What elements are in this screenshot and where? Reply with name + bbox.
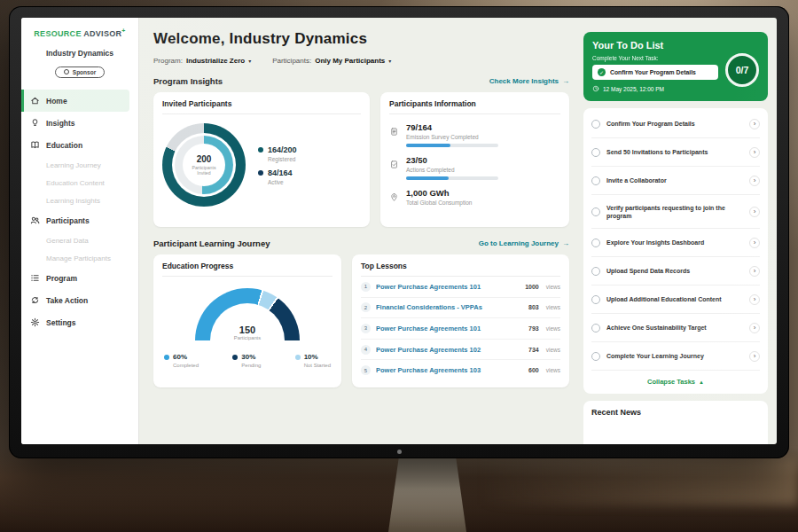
desk-highlight — [479, 457, 798, 505]
task-checkbox[interactable] — [591, 120, 600, 129]
sidebar-item-insights[interactable]: Insights — [21, 112, 138, 134]
todo-next-task[interactable]: ✓ Confirm Your Program Details — [592, 65, 718, 80]
task-row[interactable]: Achieve One Sustainability Target › — [591, 314, 760, 342]
sidebar-item-learning-insights[interactable]: Learning Insights — [21, 192, 138, 209]
task-checkbox[interactable] — [591, 148, 600, 157]
legend-item: 10% Not Started — [295, 353, 331, 368]
sidebar-item-education-content[interactable]: Education Content — [21, 174, 138, 192]
participants-information-card: Participants Information 79/164 Emission… — [380, 92, 569, 227]
gauge-legend: 60% Completed 30% Pending — [162, 353, 332, 368]
sidebar-item-program[interactable]: Program — [21, 267, 138, 289]
right-panel: Your To Do List Complete Your Next Task:… — [582, 18, 777, 444]
sidebar-item-label: Learning Insights — [46, 197, 100, 205]
gear-icon — [30, 317, 40, 327]
task-row[interactable]: Upload Additional Educational Content › — [591, 286, 760, 314]
gauge-chart: 150 Participants — [195, 288, 300, 340]
check-icon: ✓ — [598, 68, 606, 76]
donut-center-value: 200 — [197, 154, 212, 164]
sidebar-item-learning-journey[interactable]: Learning Journey — [21, 156, 138, 174]
chevron-right-icon[interactable]: › — [749, 323, 760, 333]
lesson-row[interactable]: 2 Financial Considerations - VPPAs 803 v… — [361, 298, 560, 319]
task-checkbox[interactable] — [591, 352, 600, 361]
sidebar-item-label: Home — [46, 97, 67, 106]
chevron-right-icon[interactable]: › — [749, 147, 760, 158]
clock-icon — [592, 85, 599, 92]
filters-row: Program: Industrialize Zero ▾ Participan… — [153, 57, 569, 65]
task-row[interactable]: Complete Your Learning Journey › — [591, 342, 760, 371]
task-checkbox[interactable] — [591, 176, 600, 185]
monitor-stand — [388, 454, 466, 532]
check-more-insights-link[interactable]: Check More Insights → — [489, 77, 569, 85]
lesson-row[interactable]: 3 Power Purchase Agreements 101 793 view… — [361, 318, 560, 340]
legend-dot-completed — [164, 355, 169, 360]
page-title: Welcome, Industry Dynamics — [153, 30, 569, 48]
sidebar-item-general-data[interactable]: General Data — [21, 231, 138, 249]
chevron-right-icon[interactable]: › — [749, 207, 760, 217]
power-led — [397, 450, 402, 454]
task-row[interactable]: Verify participants requesting to join t… — [591, 195, 760, 229]
lesson-row[interactable]: 4 Power Purchase Agreements 102 734 view… — [361, 340, 560, 361]
tasks-card: Confirm Your Program Details › Send 50 I… — [583, 108, 768, 394]
chevron-right-icon[interactable]: › — [749, 119, 760, 129]
chevron-right-icon[interactable]: › — [749, 238, 760, 248]
legend-item: 164/200 Registered — [258, 145, 297, 162]
chevron-right-icon[interactable]: › — [749, 266, 760, 277]
task-row[interactable]: Explore Your Insights Dashboard › — [591, 229, 760, 257]
task-checkbox[interactable] — [591, 207, 600, 216]
chevron-right-icon[interactable]: › — [749, 176, 760, 186]
top-lessons-card: Top Lessons 1 Power Purchase Agreements … — [352, 254, 569, 387]
monitor: RESOURCE ADVISOR+ Industry Dynamics Spon… — [9, 6, 789, 458]
participants-dropdown[interactable]: Participants: Only My Participants ▾ — [272, 57, 391, 65]
sidebar-item-settings[interactable]: Settings — [21, 311, 138, 333]
collapse-tasks-link[interactable]: Collapse Tasks ▲ — [591, 371, 760, 392]
task-row[interactable]: Upload Spend Data Records › — [591, 257, 760, 286]
sidebar-item-participants[interactable]: Participants — [21, 209, 138, 231]
participants-icon — [30, 215, 40, 225]
gauge-center-label: Participants — [195, 335, 300, 340]
stat-global-consumption: 1,000 GWh Total Global Consumption — [389, 188, 560, 206]
chevron-down-icon: ▾ — [388, 58, 391, 64]
progress-bar — [406, 144, 498, 147]
sidebar-item-home[interactable]: Home — [21, 90, 129, 112]
todo-due: 12 May 2025, 12:00 PM — [592, 85, 759, 92]
program-list-icon — [30, 273, 40, 283]
lesson-row[interactable]: 5 Power Purchase Agreements 103 600 view… — [361, 360, 560, 380]
app-logo: RESOURCE ADVISOR+ — [21, 27, 138, 38]
sponsor-badge[interactable]: Sponsor — [55, 66, 105, 78]
progress-bar — [406, 176, 498, 180]
task-checkbox[interactable] — [591, 267, 600, 276]
legend-dot-not-started — [295, 355, 301, 360]
card-title: Education Progress — [162, 262, 332, 277]
sidebar-item-education[interactable]: Education — [21, 134, 138, 156]
sidebar-item-manage-participants[interactable]: Manage Participants — [21, 249, 138, 267]
education-icon — [30, 140, 40, 150]
main-content: Welcome, Industry Dynamics Program: Indu… — [139, 18, 582, 444]
todo-title: Your To Do List — [592, 40, 759, 51]
education-progress-card: Education Progress 150 Participants — [153, 254, 341, 387]
chevron-right-icon[interactable]: › — [749, 294, 760, 305]
participants-value: Only My Participants — [315, 57, 385, 65]
sidebar-item-label: Take Action — [46, 296, 88, 305]
donut-center-label: Participants Invited — [187, 165, 221, 176]
task-row[interactable]: Confirm Your Program Details › — [591, 110, 760, 138]
sidebar-item-label: Insights — [46, 119, 75, 128]
program-dropdown[interactable]: Program: Industrialize Zero ▾ — [153, 57, 251, 65]
sidebar-item-take-action[interactable]: Take Action — [21, 289, 138, 311]
sidebar: RESOURCE ADVISOR+ Industry Dynamics Spon… — [21, 18, 139, 444]
screen: RESOURCE ADVISOR+ Industry Dynamics Spon… — [21, 18, 777, 444]
task-checkbox[interactable] — [591, 295, 600, 304]
stat-emission-survey: 79/164 Emission Survey Completed — [389, 122, 560, 147]
go-to-learning-journey-link[interactable]: Go to Learning Journey → — [479, 239, 569, 247]
legend-dot-registered — [258, 147, 263, 153]
lesson-row[interactable]: 1 Power Purchase Agreements 101 1000 vie… — [361, 277, 560, 298]
todo-progress-badge: 0/7 — [725, 53, 759, 87]
todo-list-card: Your To Do List Complete Your Next Task:… — [583, 32, 768, 101]
home-icon — [30, 96, 40, 106]
survey-icon — [389, 124, 399, 134]
legend-item: 30% Pending — [232, 353, 261, 368]
task-checkbox[interactable] — [591, 239, 600, 247]
task-checkbox[interactable] — [591, 324, 600, 332]
task-row[interactable]: Send 50 Invitations to Participants › — [591, 138, 760, 167]
chevron-right-icon[interactable]: › — [749, 351, 760, 362]
task-row[interactable]: Invite a Collaborator › — [591, 167, 760, 195]
